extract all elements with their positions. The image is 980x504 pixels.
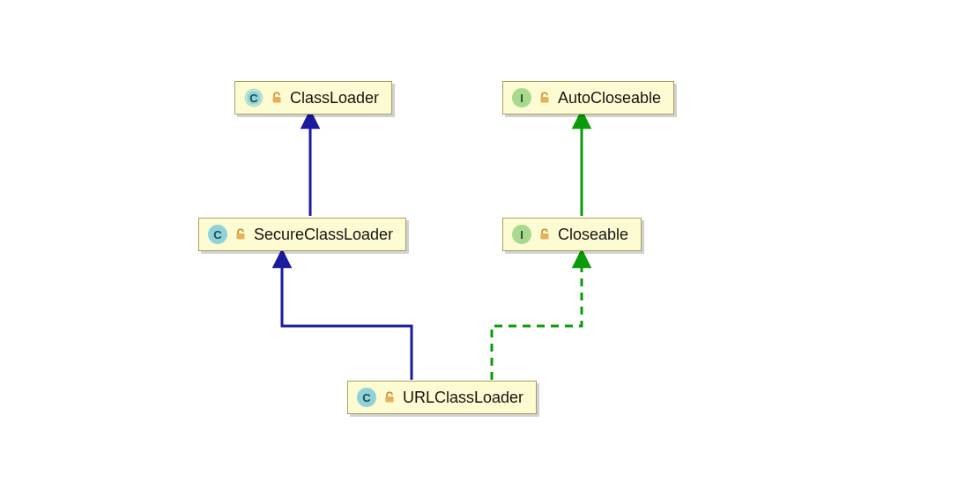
interface-icon: I (512, 88, 531, 107)
edge-extends-url-to-secure (282, 258, 412, 380)
interface-icon: I (512, 225, 531, 244)
svg-rect-4 (386, 397, 394, 403)
svg-rect-0 (273, 97, 281, 103)
node-closeable[interactable]: I Closeable (502, 218, 642, 251)
lock-open-icon (383, 391, 396, 404)
class-icon: C (208, 225, 227, 244)
lock-open-icon (234, 228, 247, 241)
lock-open-icon (538, 92, 551, 104)
class-icon: C (357, 388, 376, 407)
node-secureclassloader[interactable]: C SecureClassLoader (198, 218, 406, 251)
node-urlclassloader[interactable]: C URLClassLoader (347, 381, 537, 414)
lock-open-icon (271, 92, 283, 104)
node-label: URLClassLoader (403, 389, 523, 407)
node-label: AutoCloseable (558, 89, 661, 107)
relation-edges (0, 0, 980, 504)
node-label: ClassLoader (290, 89, 379, 107)
class-icon: C (244, 88, 264, 107)
node-autocloseable[interactable]: I AutoCloseable (502, 81, 674, 115)
svg-rect-1 (541, 97, 549, 103)
svg-rect-3 (541, 233, 549, 240)
node-label: SecureClassLoader (254, 226, 393, 244)
lock-open-icon (538, 228, 551, 241)
node-label: Closeable (558, 226, 628, 244)
edge-implements-url-to-closeable (492, 258, 582, 380)
svg-rect-2 (237, 233, 245, 240)
node-classloader[interactable]: C ClassLoader (234, 81, 392, 115)
